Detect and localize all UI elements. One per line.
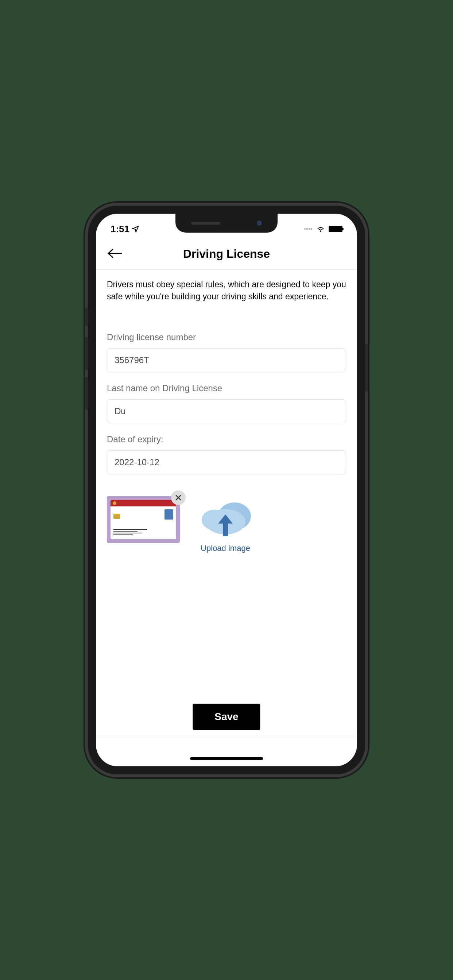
notch [175, 214, 278, 232]
expiry-input[interactable] [107, 450, 346, 474]
license-number-label: Driving license number [107, 332, 346, 342]
signal-dots: •••• [304, 226, 313, 232]
phone-frame: 1:51 •••• Driving License [88, 205, 365, 775]
cloud-upload-icon [198, 496, 253, 540]
image-row: Upload image [107, 496, 346, 553]
expiry-label: Date of expiry: [107, 434, 346, 444]
last-name-group: Last name on Driving License [107, 383, 346, 423]
upload-label: Upload image [201, 544, 250, 553]
license-number-input[interactable] [107, 348, 346, 372]
screen: 1:51 •••• Driving License [96, 214, 357, 766]
speaker [191, 222, 220, 224]
page-title: Driving License [107, 247, 346, 261]
remove-image-button[interactable] [171, 490, 186, 505]
wifi-icon [316, 225, 325, 232]
license-image [107, 496, 180, 543]
home-indicator[interactable] [190, 757, 263, 760]
content: Drivers must obey special rules, which a… [96, 270, 357, 562]
last-name-input[interactable] [107, 399, 346, 423]
side-button [85, 308, 88, 326]
close-icon [175, 494, 182, 501]
side-button [85, 377, 88, 410]
save-button[interactable]: Save [193, 704, 260, 730]
last-name-label: Last name on Driving License [107, 383, 346, 393]
back-arrow-icon [107, 248, 122, 258]
side-button [85, 337, 88, 370]
upload-image-button[interactable]: Upload image [198, 496, 253, 553]
license-number-group: Driving license number [107, 332, 346, 372]
front-camera [257, 221, 262, 226]
status-time: 1:51 [110, 223, 129, 235]
side-button [365, 344, 368, 391]
battery-icon [329, 226, 343, 232]
back-button[interactable] [107, 248, 122, 260]
bottom-divider [96, 737, 357, 737]
location-icon [132, 225, 139, 232]
header: Driving License [96, 240, 357, 270]
license-thumbnail[interactable] [107, 496, 180, 543]
expiry-group: Date of expiry: [107, 434, 346, 474]
description-text: Drivers must obey special rules, which a… [107, 278, 346, 303]
license-card-graphic [110, 500, 176, 539]
